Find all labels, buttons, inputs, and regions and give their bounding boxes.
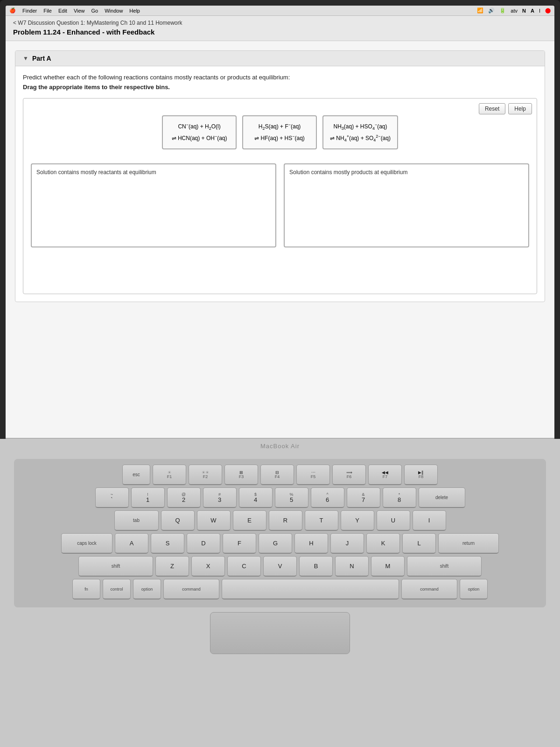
key-fn[interactable]: fn	[72, 579, 100, 599]
key-k[interactable]: K	[366, 533, 400, 554]
reaction-card-1[interactable]: CN−(aq) + H2O(l) ⇌ HCN(aq) + OH−(aq)	[162, 115, 237, 149]
reaction2-line1: H2S(aq) + F−(aq)	[250, 121, 309, 133]
key-1[interactable]: ! 1	[131, 487, 165, 508]
key-x[interactable]: X	[191, 556, 225, 577]
key-7[interactable]: & 7	[347, 487, 380, 508]
key-f4[interactable]: ⊟ F4	[260, 465, 294, 485]
key-f8[interactable]: ▶‖ F8	[404, 465, 438, 485]
key-r[interactable]: R	[269, 510, 302, 531]
key-f3[interactable]: ⊞ F3	[224, 465, 258, 485]
key-h[interactable]: H	[294, 533, 328, 554]
key-tilde[interactable]: ~ `	[95, 487, 129, 508]
key-f6[interactable]: ⟹ F6	[332, 465, 366, 485]
key-e[interactable]: E	[233, 510, 266, 531]
trackpad[interactable]	[210, 612, 350, 654]
key-f[interactable]: F	[223, 533, 256, 554]
screen: 🍎 Finder File Edit View Go Window Help 📶…	[6, 6, 554, 471]
menu-edit[interactable]: Edit	[58, 8, 67, 14]
key-2[interactable]: @ 2	[167, 487, 201, 508]
part-title: Part A	[32, 55, 51, 62]
reaction2-line2: ⇌ HF(aq) + HS−(aq)	[250, 133, 309, 144]
battery-icon: 🔋	[499, 7, 506, 14]
key-3[interactable]: # 3	[203, 487, 237, 508]
key-m[interactable]: M	[371, 556, 405, 577]
apple-menu[interactable]: 🍎	[9, 7, 16, 14]
reaction1-line1: CN−(aq) + H2O(l)	[169, 121, 229, 133]
key-f1[interactable]: ☀ F1	[153, 465, 186, 485]
reaction-card-2[interactable]: H2S(aq) + F−(aq) ⇌ HF(aq) + HS−(aq)	[242, 115, 317, 149]
key-n[interactable]: N	[335, 556, 369, 577]
key-caps[interactable]: caps lock	[61, 533, 112, 554]
atv-status: atv	[511, 8, 518, 14]
products-zone-label: Solution contains mostly products at equ…	[289, 169, 524, 176]
menu-view[interactable]: View	[74, 8, 85, 14]
menu-help[interactable]: Help	[129, 8, 140, 14]
key-f5[interactable]: ⋯ F5	[296, 465, 330, 485]
key-y[interactable]: Y	[341, 510, 374, 531]
key-g[interactable]: G	[259, 533, 292, 554]
key-i[interactable]: I	[413, 510, 446, 531]
key-cmd-left[interactable]: command	[163, 579, 219, 599]
reactants-zone-label: Solution contains mostly reactants at eq…	[36, 169, 271, 176]
key-8[interactable]: * 8	[383, 487, 416, 508]
top-buttons: Reset Help	[479, 103, 532, 114]
part-header: ▼ Part A	[15, 51, 545, 66]
key-spacebar[interactable]	[222, 579, 399, 599]
keyboard: esc ☀ F1 ☀☀ F2 ⊞ F3 ⊟ F4 ⋯ F5	[14, 459, 546, 607]
reset-button[interactable]: Reset	[479, 103, 505, 114]
main-content: ▼ Part A Predict whether each of the fol…	[6, 41, 554, 438]
macbook-body: MacBook Air esc ☀ F1 ☀☀ F2 ⊞ F3 ⊟ F4	[0, 439, 560, 747]
key-f2[interactable]: ☀☀ F2	[189, 465, 222, 485]
key-4[interactable]: $ 4	[239, 487, 273, 508]
key-6[interactable]: ^ 6	[311, 487, 344, 508]
menu-go[interactable]: Go	[91, 8, 98, 14]
key-c[interactable]: C	[227, 556, 261, 577]
key-u[interactable]: U	[377, 510, 410, 531]
products-drop-zone[interactable]: Solution contains mostly products at equ…	[284, 163, 529, 247]
key-delete[interactable]: delete	[419, 487, 465, 508]
reactants-drop-zone[interactable]: Solution contains mostly reactants at eq…	[31, 163, 276, 247]
browser-area: < W7 Discussion Question 1: MyMastering …	[6, 16, 554, 41]
reaction3-line2: ⇌ NH4+(aq) + SO42−(aq)	[330, 133, 391, 144]
key-ctrl[interactable]: control	[103, 579, 131, 599]
n-icon: N	[522, 8, 526, 14]
key-v[interactable]: V	[263, 556, 297, 577]
key-z[interactable]: Z	[155, 556, 189, 577]
part-body: Predict whether each of the following re…	[15, 66, 545, 302]
key-shift-left[interactable]: shift	[78, 556, 153, 577]
menu-file[interactable]: File	[43, 8, 52, 14]
key-d[interactable]: D	[187, 533, 220, 554]
clock: I	[539, 8, 540, 14]
instructions-text: Predict whether each of the following re…	[23, 74, 537, 81]
menu-window[interactable]: Window	[105, 8, 123, 14]
help-button[interactable]: Help	[508, 103, 532, 114]
key-t[interactable]: T	[305, 510, 338, 531]
menu-bar-right: 📶 🔊 🔋 atv N A I ⬤	[477, 7, 551, 14]
key-b[interactable]: B	[299, 556, 333, 577]
key-w[interactable]: W	[197, 510, 231, 531]
macbook-label: MacBook Air	[260, 443, 300, 450]
breadcrumb[interactable]: < W7 Discussion Question 1: MyMastering …	[13, 20, 547, 26]
reaction1-line2: ⇌ HCN(aq) + OH−(aq)	[169, 133, 229, 144]
key-option-right[interactable]: option	[460, 579, 488, 599]
key-j[interactable]: J	[330, 533, 364, 554]
key-l[interactable]: L	[402, 533, 436, 554]
key-option-left[interactable]: option	[133, 579, 161, 599]
key-q[interactable]: Q	[161, 510, 195, 531]
key-a[interactable]: A	[115, 533, 148, 554]
reaction-card-3[interactable]: NH3(aq) + HSO4−(aq) ⇌ NH4+(aq) + SO42−(a…	[322, 115, 398, 149]
menu-finder[interactable]: Finder	[22, 8, 37, 14]
key-esc[interactable]: esc	[122, 465, 150, 485]
key-5[interactable]: % 5	[275, 487, 308, 508]
key-tab[interactable]: tab	[114, 510, 159, 531]
collapse-icon[interactable]: ▼	[23, 55, 28, 62]
key-shift-right[interactable]: shift	[407, 556, 482, 577]
a-icon: A	[531, 8, 534, 14]
bottom-key-row: fn control option command command option	[20, 579, 540, 599]
key-f7[interactable]: ◀◀ F7	[368, 465, 402, 485]
key-cmd-right[interactable]: command	[401, 579, 457, 599]
key-return[interactable]: return	[438, 533, 499, 554]
drag-instructions: Drag the appropriate items to their resp…	[23, 84, 537, 91]
key-s[interactable]: S	[151, 533, 184, 554]
draggable-items: CN−(aq) + H2O(l) ⇌ HCN(aq) + OH−(aq) H2S…	[31, 115, 529, 149]
